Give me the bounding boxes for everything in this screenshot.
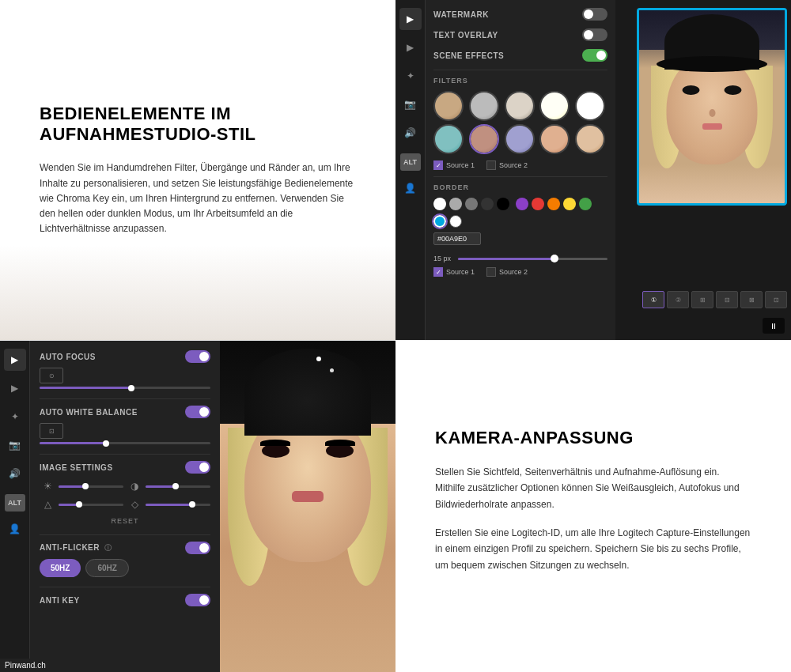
auto-focus-slider-row: [40, 387, 210, 389]
filter-5[interactable]: [575, 91, 605, 121]
swatch-darkgray[interactable]: [465, 198, 478, 210]
sidebar-icon-1[interactable]: ▶: [399, 8, 422, 30]
bottom-sidebar-icon-mic[interactable]: 🔊: [4, 462, 26, 485]
bottom-alt-button[interactable]: ALT: [5, 494, 25, 512]
filter-9[interactable]: [539, 124, 570, 154]
auto-focus-slider[interactable]: [40, 387, 210, 389]
bottom-sidebar-icon-2[interactable]: ▶: [4, 377, 26, 399]
auto-focus-section: AUTO FOCUS ⊙: [40, 350, 210, 389]
watermark-label: WATERMARK: [433, 10, 489, 19]
anti-key-section: ANTI KEY: [40, 594, 210, 606]
text-overlay-label: TEXT OVERLAY: [433, 31, 498, 40]
brightness-slider[interactable]: [59, 485, 123, 488]
brightness-slider-row: ☀ ◑: [40, 478, 210, 494]
hz-50-button[interactable]: 50HZ: [40, 559, 81, 577]
sidebar-icon-2[interactable]: ▶: [399, 36, 422, 59]
auto-white-balance-section: AUTO WHITE BALANCE ⊡: [40, 406, 210, 444]
bottom-sidebar-icon-fx[interactable]: ✦: [4, 406, 26, 428]
border-title: BORDER: [433, 183, 607, 191]
sidebar-icon-cam[interactable]: 📷: [399, 93, 422, 115]
watermark-toggle[interactable]: [582, 8, 607, 21]
filter-6[interactable]: [433, 124, 464, 154]
image-settings-toggle[interactable]: [185, 461, 210, 474]
filter-2[interactable]: [469, 91, 499, 121]
anti-flicker-section: ANTI-FLICKER ⓘ 50HZ 60HZ: [40, 542, 210, 577]
white-balance-slider[interactable]: [40, 442, 210, 444]
white-balance-icon: ⊡: [40, 423, 63, 439]
bottom-sidebar-icon-1[interactable]: ▶: [4, 349, 26, 371]
saturation-slider[interactable]: [146, 504, 210, 506]
source1-check[interactable]: Source 1: [433, 160, 475, 170]
pause-button[interactable]: ⏸: [763, 318, 785, 334]
sidebar-icon-person[interactable]: 👤: [399, 177, 422, 199]
bottom-divider-4: [40, 587, 210, 587]
camera-paragraph-2: Erstellen Sie eine Logitech-ID, um alle …: [435, 525, 751, 573]
bottom-sidebar-icon-cam[interactable]: 📷: [4, 434, 26, 456]
image-settings-label: IMAGE SETTINGS: [40, 463, 113, 472]
swatch-cyan[interactable]: [433, 215, 446, 228]
border-source1-checkbox[interactable]: [433, 267, 443, 277]
hex-color-input[interactable]: [433, 232, 481, 245]
swatch-black[interactable]: [497, 198, 509, 210]
auto-white-balance-toggle[interactable]: [185, 406, 210, 418]
thumbnail-row: ① ② ⊞ ⊟ ⊠ ⊡: [642, 291, 787, 308]
filter-1[interactable]: [433, 91, 464, 121]
contrast-slider[interactable]: [146, 485, 210, 488]
sidebar-icon-mic[interactable]: 🔊: [399, 122, 422, 144]
swatch-circle[interactable]: [449, 215, 462, 228]
hz-60-button[interactable]: 60HZ: [85, 559, 128, 577]
swatch-gray[interactable]: [449, 198, 462, 210]
sharpness-slider[interactable]: [59, 504, 123, 506]
thumb-1[interactable]: ①: [642, 291, 664, 308]
source2-check[interactable]: Source 2: [486, 160, 528, 170]
thumb-6[interactable]: ⊡: [765, 291, 787, 308]
swatch-white[interactable]: [433, 198, 446, 210]
swatch-verydark[interactable]: [481, 198, 494, 210]
app-settings-panel: WATERMARK TEXT OVERLAY SCENE EFFECTS FIL…: [426, 0, 615, 340]
source2-checkbox[interactable]: [486, 160, 496, 170]
bottom-divider-2: [40, 454, 210, 455]
saturation-icon: ◇: [127, 496, 142, 512]
border-slider-track[interactable]: [458, 258, 607, 260]
source1-checkbox[interactable]: [433, 160, 443, 170]
filter-10[interactable]: [575, 124, 605, 154]
auto-focus-toggle[interactable]: [185, 350, 210, 363]
filter-3[interactable]: [505, 91, 535, 121]
anti-flicker-info: ⓘ: [104, 544, 112, 552]
woman-face: [639, 10, 785, 203]
anti-key-toggle[interactable]: [185, 594, 210, 606]
alt-button[interactable]: ALT: [400, 153, 421, 171]
bottom-left-panel: ▶ ▶ ✦ 📷 🔊 ALT 👤 AUTO FOCUS ⊙: [0, 341, 396, 672]
anti-flicker-toggle[interactable]: [185, 542, 210, 554]
thumb-2[interactable]: ②: [667, 291, 689, 308]
swatch-orange[interactable]: [547, 198, 560, 210]
swatch-green[interactable]: [579, 198, 592, 210]
top-right-panel: ▶ ▶ ✦ 📷 🔊 ALT 👤 WATERMARK TEXT OVERLAY S…: [396, 0, 791, 340]
scene-effects-toggle[interactable]: [582, 49, 607, 62]
swatch-yellow[interactable]: [563, 198, 576, 210]
border-source1-check[interactable]: Source 1: [433, 267, 475, 277]
woman-hat-large: [244, 349, 371, 436]
swatch-purple[interactable]: [516, 198, 528, 210]
anti-key-row: ANTI KEY: [40, 594, 210, 606]
auto-white-balance-row: AUTO WHITE BALANCE: [40, 406, 210, 418]
sidebar-icon-fx[interactable]: ✦: [399, 65, 422, 87]
border-source2-checkbox[interactable]: [486, 267, 496, 277]
thumb-3[interactable]: ⊞: [691, 291, 713, 308]
reset-button[interactable]: RESET: [40, 517, 210, 525]
swatch-red[interactable]: [532, 198, 544, 210]
color-swatches: [433, 198, 607, 228]
thumb-5[interactable]: ⊠: [740, 291, 763, 308]
border-source2-check[interactable]: Source 2: [486, 267, 528, 277]
filter-7[interactable]: [469, 124, 499, 154]
filter-8[interactable]: [505, 124, 535, 154]
thumb-4[interactable]: ⊟: [716, 291, 738, 308]
camera-heading: KAMERA-ANPASSUNG: [435, 428, 751, 448]
bottom-sidebar-icon-person[interactable]: 👤: [4, 518, 26, 540]
auto-focus-label: AUTO FOCUS: [40, 353, 96, 361]
scene-effects-row: SCENE EFFECTS: [433, 49, 607, 62]
filter-4[interactable]: [539, 91, 570, 121]
text-overlay-toggle[interactable]: [582, 28, 607, 41]
border-slider-thumb[interactable]: [551, 255, 558, 262]
brightness-icon: ☀: [40, 478, 55, 494]
